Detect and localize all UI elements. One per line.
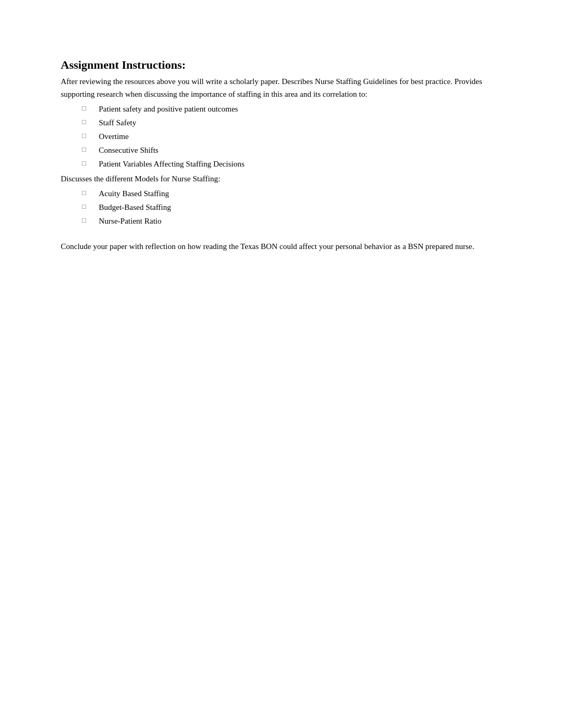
bullet-icon: □ xyxy=(82,144,97,155)
list-item: □Nurse-Patient Ratio xyxy=(61,215,500,227)
bullet-icon: □ xyxy=(82,116,97,128)
models-bullet-list: □Acuity Based Staffing□Budget-Based Staf… xyxy=(61,187,500,227)
assignment-title: Assignment Instructions: xyxy=(61,58,500,72)
bullet-icon: □ xyxy=(82,103,97,114)
conclude-paragraph: Conclude your paper with reflection on h… xyxy=(61,240,500,253)
bullet-icon: □ xyxy=(82,201,97,213)
list-item: □Consecutive Shifts xyxy=(61,144,500,156)
list-item: □Acuity Based Staffing xyxy=(61,187,500,200)
bullet-icon: □ xyxy=(82,187,97,199)
list-item: □Budget-Based Staffing xyxy=(61,201,500,214)
bullet-icon: □ xyxy=(82,215,97,226)
discusses-paragraph: Discusses the different Models for Nurse… xyxy=(61,172,500,185)
bullet-icon: □ xyxy=(82,158,97,169)
list-item: □Patient safety and positive patient out… xyxy=(61,103,500,115)
list-item: □Patient Variables Affecting Staffing De… xyxy=(61,158,500,170)
intro-paragraph: After reviewing the resources above you … xyxy=(61,75,500,100)
page-container: Assignment Instructions: After reviewing… xyxy=(0,0,561,295)
correlation-bullet-list: □Patient safety and positive patient out… xyxy=(61,103,500,170)
bullet-icon: □ xyxy=(82,130,97,142)
list-item: □Overtime xyxy=(61,130,500,143)
list-item: □Staff Safety xyxy=(61,116,500,129)
